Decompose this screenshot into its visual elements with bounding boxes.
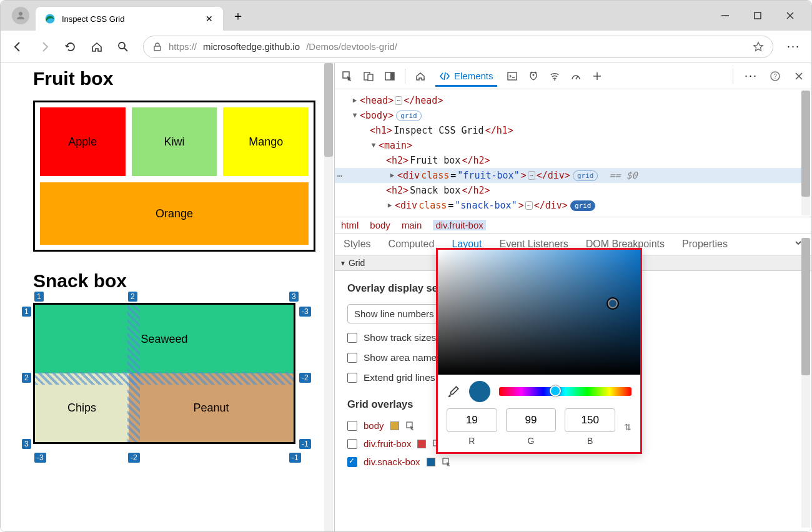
svg-rect-14 [508,72,517,80]
track-sizes-checkbox[interactable] [347,333,357,343]
extend-lines-checkbox[interactable] [347,373,357,383]
cell-kiwi: Kiwi [132,107,217,176]
crumb-main[interactable]: main [402,220,422,230]
dom-scrollbar[interactable] [801,91,810,215]
grid-line-num: -1 [299,439,311,449]
eyedropper-icon[interactable] [447,385,460,398]
elements-tab[interactable]: Elements [435,66,497,87]
browser-tab[interactable]: Inspect CSS Grid ✕ [36,7,223,31]
crumb-current[interactable]: div.fruit-box [433,220,485,230]
crumb-html[interactable]: html [341,220,359,230]
hue-slider[interactable] [499,387,631,396]
welcome-home-icon[interactable] [414,70,427,82]
line-numbers-select[interactable]: Show line numbers [347,304,447,323]
svg-rect-11 [368,74,373,81]
grid-line-num: -3 [299,307,311,317]
grid-line-num: 1 [34,292,44,302]
devtools-close-icon[interactable] [793,70,805,82]
svg-point-6 [119,42,125,49]
reload-icon[interactable] [64,41,77,53]
devtools-menu-icon[interactable]: ··· [745,69,758,82]
more-tabs-icon[interactable] [591,70,603,82]
inspect-icon[interactable] [341,70,354,82]
snack-box-heading: Snack box [33,270,315,292]
color-r-input[interactable] [447,408,497,432]
dom-selected-row[interactable]: ⋯ ▶<div class="fruit-box">⋯</div> grid==… [335,168,805,183]
color-g-input[interactable] [506,408,557,432]
svg-point-16 [554,79,555,81]
grid-badge[interactable]: grid [573,170,598,181]
profile-avatar[interactable] [12,7,29,24]
crumb-body[interactable]: body [370,220,390,230]
grid-badge-active[interactable]: grid [570,200,596,211]
forward-icon[interactable] [38,41,51,53]
grid-line-num: 2 [22,373,31,383]
elements-tab-icon [439,71,450,82]
svg-point-0 [19,12,22,16]
tab-styles[interactable]: Styles [344,239,371,250]
overlay-fruit-swatch[interactable] [417,440,426,448]
grid-line-num: 3 [289,292,299,302]
color-field[interactable] [438,250,640,375]
tab-close-icon[interactable]: ✕ [204,14,214,24]
grid-line-num: -2 [299,373,311,383]
grid-badge[interactable]: grid [396,111,422,121]
address-bar[interactable]: https://microsoftedge.github.io/Demos/de… [143,36,773,58]
snack-box-wrap: Seaweed Chips Peanut 1 2 3 1 2 3 -3 -2 -… [33,303,315,444]
window-titlebar: Inspect CSS Grid ✕ ＋ [1,1,811,31]
color-format-toggle[interactable]: ⇅ [624,422,631,432]
grid-line-num: 3 [22,439,31,449]
overlay-row-snack: div.snack-box [347,456,799,467]
dock-icon[interactable] [384,70,396,82]
devtools-panel: Elements ··· ? ▶<head>⋯</head> ▼<body> g… [335,63,811,531]
area-names-checkbox[interactable] [347,353,357,363]
url-protocol: https:// [169,41,197,52]
tab-properties[interactable]: Properties [682,239,728,250]
help-icon[interactable]: ? [769,70,781,82]
overlay-snack-checkbox[interactable] [347,457,357,467]
page-viewport: Fruit box Apple Kiwi Mango Orange Snack … [1,63,335,531]
overlay-body-checkbox[interactable] [347,421,357,431]
url-host: microsoftedge.github.io [203,41,300,52]
favorite-icon[interactable] [753,41,764,52]
grid-line-num: 2 [128,292,137,302]
layout-scrollbar[interactable] [801,238,810,528]
overlay-snack-swatch[interactable] [427,458,435,466]
performance-icon[interactable] [570,70,582,82]
reveal-icon[interactable] [442,457,452,467]
overlay-body-swatch[interactable] [390,421,399,430]
page-scrollbar[interactable] [324,63,333,531]
url-path: /Demos/devtools-grid/ [306,41,397,52]
overlay-fruit-checkbox[interactable] [347,439,357,449]
lock-icon [152,42,162,52]
reveal-icon[interactable] [405,421,415,431]
sources-icon[interactable] [527,70,540,82]
home-icon[interactable] [91,41,103,53]
fruit-box-grid: Apple Kiwi Mango Orange [33,101,315,252]
device-icon[interactable] [362,70,375,82]
browser-menu-icon[interactable]: ··· [787,40,800,53]
svg-rect-13 [390,72,394,80]
minimize-icon[interactable] [716,7,734,24]
network-icon[interactable] [548,70,561,82]
close-window-icon[interactable] [781,7,799,24]
picker-current-swatch [469,381,490,402]
back-icon[interactable] [12,41,24,53]
fruit-box-heading: Fruit box [33,68,315,89]
grid-line-num: -2 [128,453,140,463]
new-tab-button[interactable]: ＋ [228,6,248,26]
dom-tree[interactable]: ▶<head>⋯</head> ▼<body> grid <h1>Inspect… [335,89,811,217]
svg-line-17 [576,76,578,79]
svg-rect-8 [154,46,161,51]
svg-text:?: ? [773,73,777,80]
color-field-cursor[interactable] [608,298,618,308]
console-icon[interactable] [506,70,518,82]
search-icon[interactable] [117,41,129,53]
tab-computed[interactable]: Computed [389,239,435,250]
cell-seaweed: Seaweed [35,305,294,373]
maximize-icon[interactable] [749,7,766,24]
edge-icon [44,13,56,24]
color-b-input[interactable] [565,408,615,432]
dom-breadcrumb[interactable]: html body main div.fruit-box [335,217,811,234]
svg-point-15 [532,74,534,76]
